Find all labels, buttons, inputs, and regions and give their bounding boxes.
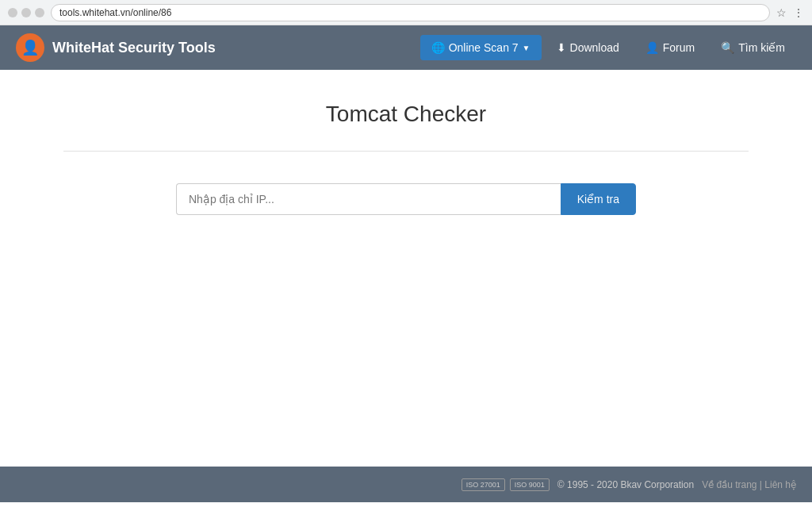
url-text: tools.whitehat.vn/online/86 bbox=[59, 7, 171, 18]
checker-form: Kiểm tra bbox=[128, 183, 684, 215]
nav-search-label: Tìm kiếm bbox=[738, 41, 785, 54]
nav-forum[interactable]: 👤 Forum bbox=[634, 35, 706, 60]
page-title: Tomcat Checker bbox=[16, 102, 796, 127]
navbar: 👤 WhiteHat Security Tools 🌐 Online Scan … bbox=[0, 25, 812, 70]
browser-dot-2 bbox=[21, 8, 31, 17]
caret-icon: ▼ bbox=[523, 44, 530, 52]
footer-badges: ISO 27001 ISO 9001 bbox=[462, 478, 550, 491]
brand-icon-char: 👤 bbox=[21, 39, 39, 56]
menu-icon[interactable]: ⋮ bbox=[793, 6, 804, 19]
ip-address-input[interactable] bbox=[176, 183, 561, 215]
address-bar[interactable]: tools.whitehat.vn/online/86 bbox=[51, 4, 770, 21]
nav-online-scan-label: Online Scan 7 bbox=[449, 41, 519, 54]
footer-links[interactable]: Về đầu trang | Liên hệ bbox=[702, 479, 796, 490]
brand-logo[interactable]: 👤 WhiteHat Security Tools bbox=[16, 33, 216, 62]
main-content: Tomcat Checker Kiểm tra bbox=[0, 70, 812, 467]
browser-dot-1 bbox=[8, 8, 17, 17]
browser-dot-3 bbox=[35, 8, 44, 17]
download-icon: ⬇ bbox=[557, 41, 566, 54]
browser-controls bbox=[8, 8, 44, 17]
footer-copyright: © 1995 - 2020 Bkav Corporation bbox=[557, 479, 694, 490]
check-button[interactable]: Kiểm tra bbox=[561, 183, 636, 215]
nav-online-scan[interactable]: 🌐 Online Scan 7 ▼ bbox=[420, 35, 542, 60]
title-divider bbox=[63, 151, 749, 152]
nav-search[interactable]: 🔍 Tìm kiếm bbox=[710, 35, 796, 60]
nav-menu: 🌐 Online Scan 7 ▼ ⬇ Download 👤 Forum 🔍 T… bbox=[420, 35, 796, 60]
brand-name: WhiteHat Security Tools bbox=[52, 40, 216, 56]
nav-download[interactable]: ⬇ Download bbox=[546, 35, 630, 60]
star-icon[interactable]: ☆ bbox=[776, 6, 787, 19]
nav-forum-label: Forum bbox=[663, 41, 695, 54]
nav-download-label: Download bbox=[570, 41, 619, 54]
browser-chrome: tools.whitehat.vn/online/86 ☆ ⋮ bbox=[0, 0, 812, 25]
footer: ISO 27001 ISO 9001 © 1995 - 2020 Bkav Co… bbox=[0, 467, 812, 502]
iso-27001-badge: ISO 27001 bbox=[462, 478, 505, 491]
brand-icon: 👤 bbox=[16, 33, 44, 62]
iso-9001-badge: ISO 9001 bbox=[510, 478, 550, 491]
browser-icons: ☆ ⋮ bbox=[776, 6, 804, 19]
search-icon: 🔍 bbox=[721, 41, 734, 54]
forum-icon: 👤 bbox=[645, 41, 659, 54]
globe-icon: 🌐 bbox=[431, 41, 445, 54]
